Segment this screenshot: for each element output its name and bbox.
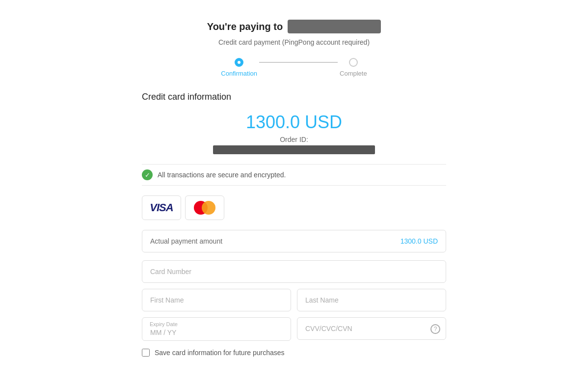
section-title: Credit card information — [142, 92, 446, 102]
recipient-redacted — [288, 20, 381, 33]
card-number-input[interactable] — [142, 260, 446, 283]
mastercard-logo-box — [185, 195, 224, 220]
progress-steps: Confirmation Complete — [142, 58, 446, 77]
name-row — [142, 289, 446, 311]
order-id-label: Order ID: — [142, 136, 446, 143]
step-confirmation: Confirmation — [221, 58, 257, 77]
payment-subtitle: Credit card payment (PingPong account re… — [142, 38, 446, 46]
save-card-row: Save card information for future purchas… — [142, 349, 446, 357]
shield-icon: ✓ — [142, 169, 153, 180]
mastercard-logo — [194, 201, 215, 215]
step-complete: Complete — [340, 58, 367, 77]
order-id-redacted — [213, 145, 375, 154]
complete-circle — [349, 58, 358, 67]
security-row: ✓ All transactions are secure and encryp… — [142, 164, 446, 186]
confirmation-circle — [235, 58, 243, 67]
save-card-label: Save card information for future purchas… — [155, 349, 285, 357]
payment-amount-value: 1300.0 USD — [401, 237, 438, 245]
cvv-help-icon[interactable]: ? — [430, 324, 440, 334]
last-name-input[interactable] — [297, 289, 446, 311]
visa-logo-box: VISA — [142, 195, 181, 220]
security-text: All transactions are secure and encrypte… — [158, 171, 286, 179]
expiry-cvv-row: Expiry Date ? — [142, 317, 446, 341]
paying-to-label: You're paying to — [207, 21, 283, 32]
save-card-checkbox[interactable] — [142, 349, 150, 357]
card-logos: VISA — [142, 195, 446, 220]
cvv-input[interactable] — [297, 317, 446, 340]
mc-circle-right — [202, 201, 215, 215]
payment-amount-label: Actual payment amount — [150, 237, 222, 245]
paying-to-header: You're paying to — [142, 20, 446, 33]
page-container: You're paying to Credit card payment (Pi… — [142, 10, 446, 378]
confirmation-label: Confirmation — [221, 70, 257, 77]
expiry-input[interactable] — [142, 317, 291, 341]
first-name-input[interactable] — [142, 289, 291, 311]
expiry-wrapper: Expiry Date — [142, 317, 291, 341]
complete-label: Complete — [340, 70, 367, 77]
amount-section: 1300.0 USD Order ID: — [142, 112, 446, 156]
cvv-wrapper: ? — [297, 317, 446, 341]
payment-amount-row: Actual payment amount 1300.0 USD — [142, 230, 446, 252]
visa-logo: VISA — [150, 201, 173, 214]
amount-value: 1300.0 USD — [142, 112, 446, 133]
step-connector — [259, 62, 338, 63]
